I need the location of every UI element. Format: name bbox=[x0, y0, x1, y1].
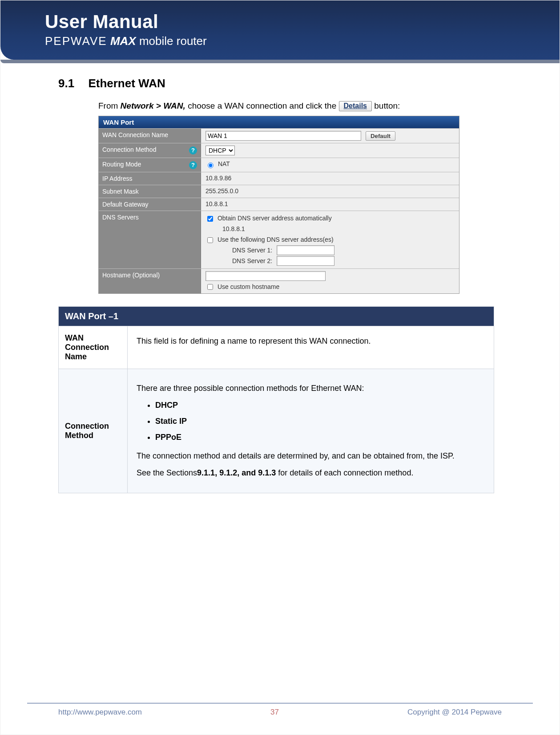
description-table: WAN Port –1 WAN Connection Name This fie… bbox=[58, 306, 494, 493]
list-item: DHCP bbox=[155, 399, 485, 412]
desc-row-wan-connection-name: WAN Connection Name This field is for de… bbox=[59, 326, 494, 369]
panel-title: WAN Port bbox=[99, 116, 459, 128]
row-default-gateway: Default Gateway 10.8.8.1 bbox=[99, 198, 459, 211]
routing-mode-nat[interactable]: NAT bbox=[205, 160, 230, 167]
dns-manual-option[interactable]: Use the following DNS server address(es) bbox=[205, 236, 334, 243]
desc-label: Connection Method bbox=[59, 369, 128, 492]
model-name: MAX bbox=[110, 34, 136, 48]
list-item: PPPoE bbox=[155, 431, 485, 444]
header-subtitle: PEPWAVE MAX mobile router bbox=[45, 34, 533, 48]
tagline: mobile router bbox=[139, 34, 207, 48]
section-title: Ethernet WAN bbox=[88, 77, 165, 90]
list-item: Static IP bbox=[155, 415, 485, 428]
row-dns-servers: DNS Servers Obtain DNS server address au… bbox=[99, 211, 459, 268]
value-ip-address: 10.8.9.86 bbox=[201, 172, 459, 185]
desc-body: This field is for defining a name to rep… bbox=[128, 326, 494, 369]
details-button[interactable]: Details bbox=[339, 101, 372, 111]
custom-hostname-option[interactable]: Use custom hostname bbox=[205, 283, 279, 290]
row-connection-method: Connection Method ? DHCP bbox=[99, 143, 459, 158]
row-ip-address: IP Address 10.8.9.86 bbox=[99, 172, 459, 185]
row-wan-connection-name: WAN Connection Name Default bbox=[99, 128, 459, 143]
desc-label: WAN Connection Name bbox=[59, 326, 128, 369]
wan-port-panel: WAN Port WAN Connection Name Default Con… bbox=[98, 116, 459, 294]
dns-auto-option[interactable]: Obtain DNS server address automatically bbox=[205, 215, 332, 222]
row-subnet-mask: Subnet Mask 255.255.0.0 bbox=[99, 185, 459, 198]
label-dns-servers: DNS Servers bbox=[99, 211, 201, 268]
method-list: DHCP Static IP PPPoE bbox=[155, 399, 485, 444]
section-heading: 9.1 Ethernet WAN bbox=[58, 77, 502, 90]
row-hostname: Hostname (Optional) Use custom hostname bbox=[99, 268, 459, 293]
label-routing-mode: Routing Mode ? bbox=[99, 158, 201, 172]
value-default-gateway: 10.8.8.1 bbox=[201, 198, 459, 211]
section-number: 9.1 bbox=[58, 77, 74, 90]
dns-server2-input[interactable] bbox=[277, 256, 334, 266]
footer-url: http://www.pepwave.com bbox=[58, 708, 142, 717]
dns-manual-checkbox[interactable] bbox=[207, 237, 213, 243]
footer-copyright: Copyright @ 2014 Pepwave bbox=[407, 708, 502, 717]
header-title: User Manual bbox=[45, 11, 533, 32]
custom-hostname-checkbox[interactable] bbox=[207, 284, 213, 290]
label-wan-connection-name: WAN Connection Name bbox=[99, 129, 201, 143]
nat-radio[interactable] bbox=[208, 162, 214, 168]
default-button[interactable]: Default bbox=[366, 131, 395, 141]
connection-method-select[interactable]: DHCP bbox=[205, 146, 235, 155]
brand-name: PEPWAVE bbox=[45, 34, 107, 48]
label-connection-method: Connection Method ? bbox=[99, 143, 201, 158]
footer-divider bbox=[27, 703, 533, 703]
desc-body: There are three possible connection meth… bbox=[128, 369, 494, 492]
page-footer: http://www.pepwave.com 37 Copyright @ 20… bbox=[58, 708, 502, 717]
desc-row-connection-method: Connection Method There are three possib… bbox=[59, 369, 494, 492]
dns-server2-label: DNS Server 2: bbox=[232, 257, 272, 264]
dns-auto-value: 10.8.8.1 bbox=[222, 224, 455, 235]
breadcrumb: Network > WAN, bbox=[121, 101, 185, 110]
document-header: User Manual PEPWAVE MAX mobile router bbox=[0, 0, 560, 60]
value-subnet-mask: 255.255.0.0 bbox=[201, 185, 459, 198]
label-ip-address: IP Address bbox=[99, 172, 201, 185]
page-number: 37 bbox=[270, 708, 279, 717]
hostname-input[interactable] bbox=[205, 271, 326, 281]
help-icon[interactable]: ? bbox=[189, 161, 197, 169]
label-default-gateway: Default Gateway bbox=[99, 198, 201, 211]
dns-server1-label: DNS Server 1: bbox=[232, 247, 272, 254]
desc-table-header: WAN Port –1 bbox=[59, 307, 494, 326]
intro-text: From Network > WAN, choose a WAN connect… bbox=[98, 101, 502, 111]
row-routing-mode: Routing Mode ? NAT bbox=[99, 158, 459, 172]
wan-connection-name-input[interactable] bbox=[205, 131, 361, 141]
label-subnet-mask: Subnet Mask bbox=[99, 185, 201, 198]
dns-server1-input[interactable] bbox=[277, 245, 334, 255]
label-hostname: Hostname (Optional) bbox=[99, 269, 201, 293]
dns-auto-checkbox[interactable] bbox=[207, 216, 213, 222]
help-icon[interactable]: ? bbox=[189, 146, 197, 154]
